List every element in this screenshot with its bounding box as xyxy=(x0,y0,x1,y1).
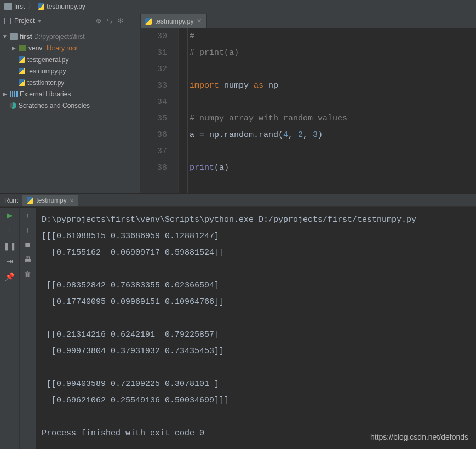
python-file-icon xyxy=(19,68,25,74)
breadcrumb-root-label: first xyxy=(14,3,25,10)
run-toolbar-primary: ▶ ⟂ ❚❚ ⇥ 📌 xyxy=(0,208,20,449)
close-icon[interactable]: ✕ xyxy=(197,18,202,25)
run-label: Run: xyxy=(4,197,18,204)
editor-tab-active[interactable]: testnumpy.py ✕ xyxy=(140,14,207,28)
console-output[interactable]: D:\pyprojects\first\venv\Scripts\python.… xyxy=(36,208,476,449)
dropdown-icon[interactable]: ▾ xyxy=(38,17,41,25)
root-name: first xyxy=(20,33,32,41)
python-file-icon xyxy=(38,3,44,10)
trash-icon[interactable]: 🗑 xyxy=(24,270,31,278)
scratches-label: Scratches and Consoles xyxy=(19,102,90,110)
folder-icon xyxy=(10,33,18,40)
venv-tag: library root xyxy=(47,44,78,52)
file-label: testtkinter.py xyxy=(27,79,64,87)
breadcrumb: first 〉 testnumpy.py xyxy=(0,0,476,13)
project-icon xyxy=(4,18,11,24)
file-label: testgeneral.py xyxy=(27,56,68,64)
tree-scratches[interactable]: Scratches and Consoles xyxy=(0,100,140,111)
project-tree: ▼ first D:\pyprojects\first ▶ venv libra… xyxy=(0,28,140,113)
pause-icon[interactable]: ❚❚ xyxy=(3,241,16,250)
code-area[interactable]: 303132333435363738 ## print(a)import num… xyxy=(140,28,476,193)
editor-tabs: testnumpy.py ✕ xyxy=(140,13,476,28)
run-panel-header: Run: testnumpy ✕ xyxy=(0,194,476,207)
folder-icon xyxy=(4,3,12,10)
tree-file[interactable]: testtkinter.py xyxy=(0,77,140,88)
project-tool-window: Project ▾ ⊕ ⇆ ✻ — ▼ first D:\pyprojects\… xyxy=(0,13,140,193)
python-file-icon xyxy=(27,197,33,204)
run-icon[interactable]: ▶ xyxy=(7,211,13,220)
line-gutter: 303132333435363738 xyxy=(140,28,179,193)
file-label: testnumpy.py xyxy=(27,67,66,75)
breadcrumb-file-label: testnumpy.py xyxy=(47,3,85,10)
scratches-icon xyxy=(10,102,16,109)
run-toolbar-secondary: ↑ ↓ ≣ 🖶 🗑 xyxy=(20,208,36,449)
watermark: https://blog.csdn.net/defonds xyxy=(370,433,468,441)
run-tab[interactable]: testnumpy ✕ xyxy=(22,195,78,206)
project-title: Project xyxy=(14,17,35,25)
run-tab-label: testnumpy xyxy=(36,197,66,204)
rerun-icon[interactable]: ⟂ xyxy=(8,226,12,235)
project-panel-header: Project ▾ ⊕ ⇆ ✻ — xyxy=(0,13,140,28)
up-icon[interactable]: ↑ xyxy=(26,211,30,219)
tree-file[interactable]: testgeneral.py xyxy=(0,54,140,65)
down-icon[interactable]: ↓ xyxy=(26,226,30,234)
tree-file[interactable]: testnumpy.py xyxy=(0,65,140,77)
run-tool-window: ▶ ⟂ ❚❚ ⇥ 📌 ↑ ↓ ≣ 🖶 🗑 D:\pyprojects\first… xyxy=(0,194,476,449)
python-file-icon xyxy=(145,18,152,25)
print-icon[interactable]: 🖶 xyxy=(24,255,31,263)
libraries-icon xyxy=(10,91,18,97)
pin-icon[interactable]: 📌 xyxy=(5,272,14,281)
caret-right-icon[interactable]: ▶ xyxy=(11,45,16,51)
breadcrumb-root[interactable]: first xyxy=(4,3,25,10)
python-file-icon xyxy=(19,56,25,63)
chevron-right-icon: 〉 xyxy=(28,2,35,11)
python-file-icon xyxy=(19,79,25,86)
breadcrumb-file[interactable]: testnumpy.py xyxy=(38,3,85,10)
tree-venv[interactable]: ▶ venv library root xyxy=(0,42,140,54)
venv-name: venv xyxy=(28,44,42,52)
hide-icon[interactable]: — xyxy=(129,17,135,25)
wrap-icon[interactable]: ≣ xyxy=(25,240,31,249)
code-content[interactable]: ## print(a)import numpy as np# numpy arr… xyxy=(179,28,476,193)
editor: testnumpy.py ✕ 303132333435363738 ## pri… xyxy=(140,13,476,193)
tree-root[interactable]: ▼ first D:\pyprojects\first xyxy=(0,31,140,42)
folder-icon xyxy=(19,45,26,51)
root-path: D:\pyprojects\first xyxy=(34,33,85,41)
caret-right-icon[interactable]: ▶ xyxy=(2,91,8,97)
close-icon[interactable]: ✕ xyxy=(70,198,74,204)
locate-icon[interactable]: ⊕ xyxy=(96,17,101,25)
tree-external-libs[interactable]: ▶ External Libraries xyxy=(0,88,140,100)
caret-down-icon[interactable]: ▼ xyxy=(2,33,8,39)
indent-guide xyxy=(187,28,188,193)
exit-icon[interactable]: ⇥ xyxy=(7,257,13,266)
external-label: External Libraries xyxy=(20,90,71,98)
tab-label: testnumpy.py xyxy=(155,18,193,25)
settings-icon[interactable]: ✻ xyxy=(118,17,123,25)
collapse-icon[interactable]: ⇆ xyxy=(107,17,112,25)
